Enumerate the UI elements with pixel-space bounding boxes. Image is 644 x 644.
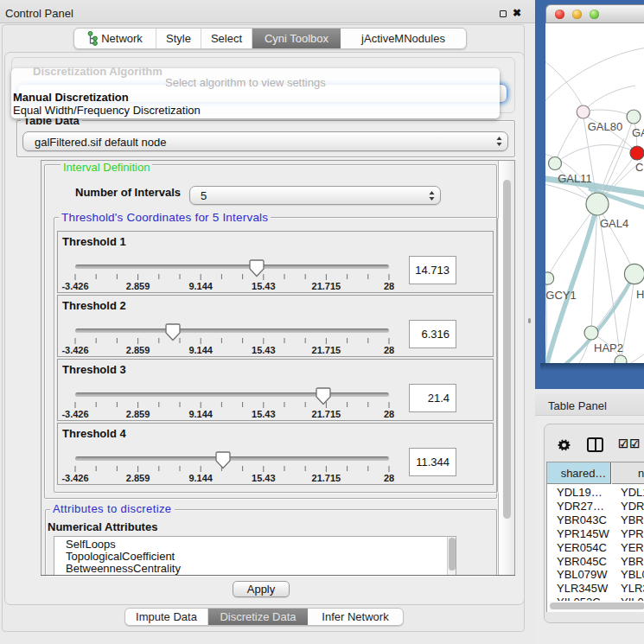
svg-text:GAL80: GAL80 (588, 120, 622, 133)
svg-text:GAL11: GAL11 (558, 172, 592, 185)
svg-text:GA: GA (632, 126, 644, 139)
svg-text:GCY1: GCY1 (545, 289, 576, 302)
svg-text:GAL4: GAL4 (600, 217, 628, 230)
svg-text:C: C (635, 161, 643, 174)
svg-text:H: H (636, 288, 644, 301)
svg-text:HAP2: HAP2 (594, 341, 623, 354)
